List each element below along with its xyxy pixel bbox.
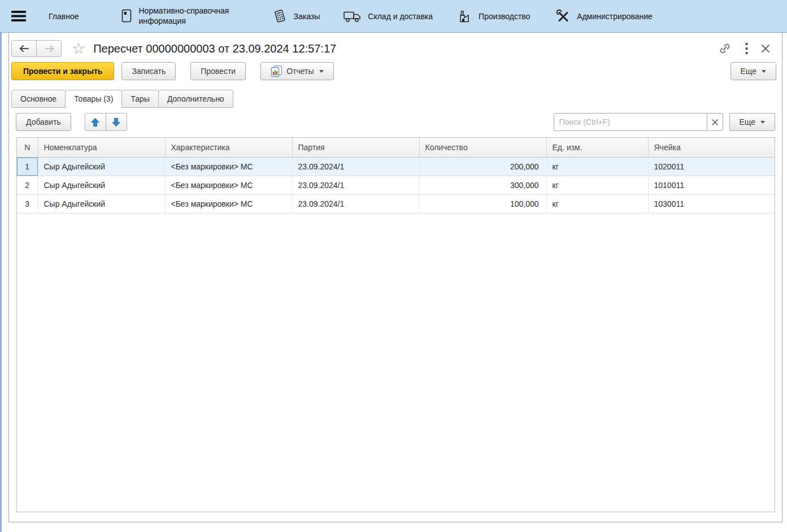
- document-form: ☆ Пересчет 00000000003 от 23.09.2024 12:…: [8, 33, 782, 522]
- column-header-quantity[interactable]: Количество: [419, 138, 546, 157]
- command-bar: Провести и закрыть Записать Провести Отч…: [9, 58, 782, 80]
- cell-unit[interactable]: кг: [546, 176, 648, 194]
- cell-storage-bin[interactable]: 1020011: [648, 157, 775, 176]
- crossed-tools-icon: [556, 9, 570, 23]
- nav-item-label: Склад и доставка: [368, 12, 433, 21]
- favorite-star-icon[interactable]: ☆: [72, 41, 85, 56]
- cell-row-number[interactable]: 1: [17, 157, 38, 176]
- nav-item-label: Администрирование: [577, 12, 653, 21]
- column-header-cell[interactable]: Ячейка: [648, 138, 775, 157]
- more-vertical-icon[interactable]: [745, 43, 748, 54]
- factory-icon: [459, 10, 472, 23]
- post-button[interactable]: Провести: [190, 62, 246, 80]
- cell-row-number[interactable]: 2: [17, 176, 38, 194]
- cell-characteristic[interactable]: <Без маркировки> МС: [165, 194, 292, 213]
- nav-item-label: Нормативно-справочная информация: [139, 6, 250, 26]
- cell-quantity[interactable]: 300,000: [419, 176, 546, 194]
- menu-icon[interactable]: [11, 11, 26, 21]
- move-row-group: [85, 113, 127, 131]
- table-row[interactable]: 2 Сыр Адыгейский <Без маркировки> МС 23.…: [17, 176, 775, 194]
- cell-storage-bin[interactable]: 1010011: [648, 176, 775, 194]
- caret-down-icon: [760, 121, 765, 124]
- table-toolbar: Добавить Еще: [9, 113, 782, 131]
- caret-down-icon: [762, 70, 766, 73]
- table-row[interactable]: 1 Сыр Адыгейский <Без маркировки> МС 23.…: [17, 157, 775, 176]
- column-header-batch[interactable]: Партия: [292, 138, 419, 157]
- cell-nomenclature[interactable]: Сыр Адыгейский: [38, 157, 165, 176]
- tab-goods[interactable]: Товары (3): [65, 90, 122, 108]
- form-title-row: ☆ Пересчет 00000000003 от 23.09.2024 12:…: [9, 33, 782, 58]
- form-tabs: Основное Товары (3) Тары Дополнительно: [9, 89, 782, 108]
- cell-characteristic[interactable]: <Без маркировки> МС: [165, 157, 292, 176]
- report-chart-icon: [271, 65, 282, 77]
- move-up-button[interactable]: [85, 113, 106, 131]
- cell-row-number[interactable]: 3: [17, 194, 38, 213]
- nav-item-administration[interactable]: Администрирование: [556, 9, 653, 23]
- blue-arrow-up-icon: [90, 117, 100, 127]
- more-button-label: Еще: [740, 117, 756, 127]
- page-title: Пересчет 00000000003 от 23.09.2024 12:57…: [93, 42, 336, 55]
- cell-unit[interactable]: кг: [546, 157, 648, 176]
- move-down-button[interactable]: [106, 113, 127, 131]
- cell-quantity[interactable]: 200,000: [419, 157, 546, 176]
- more-button-table[interactable]: Еще: [729, 113, 776, 131]
- column-header-unit[interactable]: Ед. изм.: [546, 138, 648, 157]
- add-row-button[interactable]: Добавить: [16, 113, 71, 131]
- tab-main[interactable]: Основное: [11, 90, 66, 108]
- blue-arrow-down-icon: [111, 117, 121, 127]
- table-row[interactable]: 3 Сыр Адыгейский <Без маркировки> МС 23.…: [17, 194, 775, 213]
- more-button-top[interactable]: Еще: [731, 62, 777, 80]
- nav-item-warehouse[interactable]: Склад и доставка: [344, 10, 433, 23]
- nav-item-production[interactable]: Производство: [459, 10, 530, 23]
- close-icon[interactable]: [762, 45, 769, 53]
- nav-item-label: Производство: [479, 12, 530, 21]
- arrow-right-icon: [44, 45, 54, 52]
- tab-additional[interactable]: Дополнительно: [158, 90, 233, 108]
- nav-item-orders[interactable]: Заказы: [272, 9, 320, 24]
- goods-table: N Номенклатура Характеристика Партия Кол…: [16, 137, 775, 512]
- search-input[interactable]: [554, 113, 707, 131]
- history-nav-group: [11, 40, 62, 57]
- save-button[interactable]: Записать: [121, 62, 176, 80]
- cell-quantity[interactable]: 100,000: [419, 194, 546, 213]
- cell-batch[interactable]: 23.09.2024/1: [292, 194, 419, 213]
- search-box: [554, 113, 723, 131]
- post-and-close-button[interactable]: Провести и закрыть: [11, 62, 114, 80]
- top-menu-bar: Главное Нормативно-справочная информация: [0, 0, 787, 33]
- reports-button[interactable]: Отчеты: [260, 62, 333, 80]
- back-button[interactable]: [11, 40, 37, 57]
- caret-down-icon: [319, 70, 324, 73]
- calculator-icon: [272, 9, 287, 24]
- cell-characteristic[interactable]: <Без маркировки> МС: [165, 176, 292, 194]
- column-header-n[interactable]: N: [17, 138, 38, 157]
- cell-unit[interactable]: кг: [546, 194, 648, 213]
- reports-button-label: Отчеты: [286, 67, 314, 76]
- truck-icon: [344, 10, 361, 23]
- nav-item-main[interactable]: Главное: [49, 12, 79, 21]
- forward-button[interactable]: [36, 40, 62, 57]
- nav-item-reference-info[interactable]: Нормативно-справочная информация: [121, 6, 250, 26]
- column-header-nomenclature[interactable]: Номенклатура: [38, 138, 165, 157]
- cell-batch[interactable]: 23.09.2024/1: [292, 157, 419, 176]
- cell-batch[interactable]: 23.09.2024/1: [292, 176, 419, 194]
- window-edge-strip: [0, 33, 2, 532]
- column-header-characteristic[interactable]: Характеристика: [165, 138, 292, 157]
- cell-nomenclature[interactable]: Сыр Адыгейский: [38, 176, 165, 194]
- tab-containers[interactable]: Тары: [121, 90, 159, 108]
- cell-storage-bin[interactable]: 1030011: [648, 194, 775, 213]
- nav-item-label: Главное: [49, 12, 79, 21]
- table-header-row: N Номенклатура Характеристика Партия Кол…: [17, 138, 775, 157]
- link-icon[interactable]: [718, 42, 732, 55]
- x-icon: [712, 119, 718, 125]
- clear-search-button[interactable]: [707, 113, 723, 131]
- cell-nomenclature[interactable]: Сыр Адыгейский: [38, 194, 165, 213]
- arrow-left-icon: [19, 45, 29, 52]
- nav-item-label: Заказы: [294, 12, 320, 21]
- more-button-label: Еще: [741, 67, 757, 76]
- notebook-icon: [121, 9, 132, 23]
